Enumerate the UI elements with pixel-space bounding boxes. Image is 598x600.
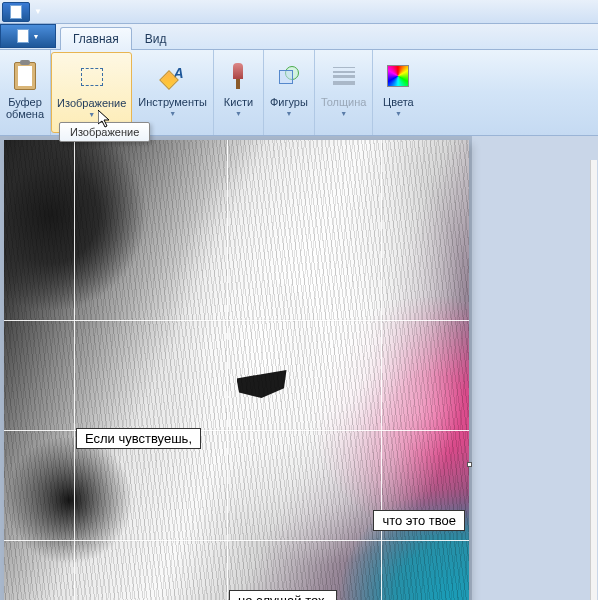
group-clipboard[interactable]: Буфер обмена xyxy=(0,50,51,135)
select-icon xyxy=(76,61,108,93)
group-colors[interactable]: Цвета ▼ xyxy=(373,50,423,135)
dropdown-icon: ▼ xyxy=(33,33,40,40)
canvas[interactable]: Если чувствуешь, что это твое не слушай … xyxy=(4,140,469,600)
group-brushes[interactable]: Кисти ▼ xyxy=(214,50,264,135)
ribbon-tabs: ▼ Главная Вид xyxy=(0,24,598,50)
group-label: Фигуры xyxy=(270,96,308,108)
document-icon xyxy=(17,29,29,43)
group-label: Кисти xyxy=(224,96,253,108)
tooltip: Изображение xyxy=(59,122,150,142)
group-size[interactable]: Толщина ▼ xyxy=(315,50,374,135)
caption-text-3: не слушай тех, xyxy=(229,590,337,600)
quick-access-button[interactable] xyxy=(2,2,30,22)
brush-icon xyxy=(222,60,254,92)
dropdown-icon: ▼ xyxy=(340,110,347,117)
colors-icon xyxy=(382,60,414,92)
dropdown-icon: ▼ xyxy=(235,110,242,117)
caption-text-2: что это твое xyxy=(373,510,465,531)
shapes-icon xyxy=(273,60,305,92)
title-bar: ▼ xyxy=(0,0,598,24)
document-icon xyxy=(10,5,22,19)
group-label: Буфер обмена xyxy=(6,96,44,120)
dropdown-icon: ▼ xyxy=(169,110,176,117)
file-menu-button[interactable]: ▼ xyxy=(0,24,56,48)
workspace-background xyxy=(472,136,598,600)
group-label: Цвета xyxy=(383,96,414,108)
dropdown-icon: ▼ xyxy=(88,111,95,118)
dropdown-icon: ▼ xyxy=(395,110,402,117)
group-image[interactable]: Изображение ▼ xyxy=(51,52,132,133)
resize-handle[interactable] xyxy=(467,462,472,467)
dropdown-icon: ▼ xyxy=(285,110,292,117)
tab-view[interactable]: Вид xyxy=(132,27,180,50)
clipboard-icon xyxy=(9,60,41,92)
tab-main[interactable]: Главная xyxy=(60,27,132,50)
canvas-area: Если чувствуешь, что это твое не слушай … xyxy=(0,136,598,600)
group-shapes[interactable]: Фигуры ▼ xyxy=(264,50,315,135)
tools-icon xyxy=(157,60,189,92)
caption-text-1: Если чувствуешь, xyxy=(76,428,201,449)
group-label: Инструменты xyxy=(138,96,207,108)
group-label: Толщина xyxy=(321,96,367,108)
quick-access-dropdown-icon[interactable]: ▼ xyxy=(30,2,46,22)
group-label: Изображение xyxy=(57,97,126,109)
line-weight-icon xyxy=(328,60,360,92)
